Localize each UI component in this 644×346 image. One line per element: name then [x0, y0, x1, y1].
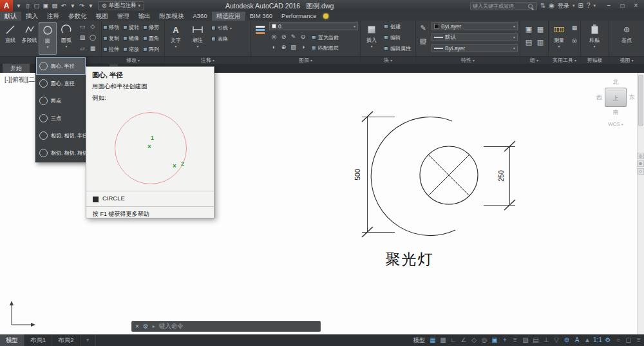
clean-screen-toggle[interactable]: ▢	[623, 334, 634, 346]
menu-item-tan-tan-tan[interactable]: 相切, 相切, 相切	[36, 144, 86, 162]
quick-calc-icon[interactable]: ▦	[569, 23, 580, 36]
viewcube-east[interactable]: 东	[629, 93, 635, 102]
arc-button[interactable]: 圆弧 ▾	[57, 22, 75, 55]
vertical-scrollbar[interactable]	[637, 73, 644, 334]
viewcube[interactable]: 北 西 上 东 南 WCS▾	[591, 78, 640, 127]
menu-item-center-diameter[interactable]: 圆心, 直径	[36, 75, 86, 92]
lineweight-select[interactable]: 默认 ▾	[431, 33, 518, 41]
navigation-wheel-icon[interactable]: ◎	[638, 153, 644, 159]
layer-properties-button[interactable]	[252, 22, 268, 55]
model-tab[interactable]: 模型	[0, 334, 24, 346]
groups-panel-label[interactable]: 组▾	[520, 56, 548, 64]
command-line[interactable]: × ⚙ ▸ 键入命令	[131, 321, 321, 332]
leader-button[interactable]: 引线 ▾	[211, 23, 250, 34]
a360-sync-icon[interactable]: ⇅	[540, 0, 545, 12]
view-panel-label[interactable]: 视图▾	[609, 56, 644, 64]
circle-flyout-caret-icon[interactable]: ▾	[46, 44, 48, 49]
array-button[interactable]: 阵列	[143, 44, 163, 55]
isolate-toggle[interactable]: ○	[613, 334, 623, 346]
tab-bim360[interactable]: BIM 360	[245, 12, 277, 21]
linetype-select[interactable]: ByLayer ▾	[431, 44, 518, 52]
undo-button[interactable]: ↶	[59, 0, 68, 12]
insert-caret-icon[interactable]: ▾	[370, 44, 372, 48]
scrollbar-thumb[interactable]	[638, 75, 643, 126]
group-edit-icon[interactable]: ▤	[523, 37, 535, 50]
annotation-scale[interactable]: 1:1	[592, 334, 603, 346]
search-box[interactable]: 键入关键字或短语	[470, 2, 537, 10]
undo-arrow-icon[interactable]: ▾	[68, 0, 77, 12]
layout2-tab[interactable]: 布局2	[52, 334, 80, 346]
group-icon[interactable]: ▣	[523, 24, 535, 37]
viewcube-cube[interactable]: 上	[605, 88, 627, 107]
redo-button[interactable]: ↷	[77, 0, 86, 12]
viewcube-top-face[interactable]: 上	[613, 95, 619, 101]
lineweight-toggle[interactable]: ≡	[510, 334, 520, 346]
tab-insert[interactable]: 插入	[21, 12, 43, 21]
menu-item-center-radius[interactable]: 圆心, 半径	[36, 57, 86, 75]
performance-hint-icon[interactable]	[323, 14, 328, 19]
circle-button[interactable]: 圆 ▾	[39, 22, 57, 55]
application-menu-button[interactable]: A	[0, 0, 13, 12]
new-file-button[interactable]: ▯	[23, 0, 32, 12]
table-button[interactable]: 表格	[211, 34, 250, 44]
exchange-apps-icon[interactable]: ⊞	[578, 0, 583, 12]
edit-block-button[interactable]: 编辑	[384, 32, 415, 43]
layer-select[interactable]: 0 ▾	[269, 22, 358, 30]
trim-button[interactable]: 修剪	[143, 22, 163, 33]
transparency-toggle[interactable]: ▨	[520, 334, 531, 346]
fillet-button[interactable]: 圆角	[143, 33, 163, 44]
close-icon[interactable]: ×	[135, 323, 139, 330]
mirror-button[interactable]: 镜像	[123, 33, 143, 44]
polar-toggle[interactable]: ∠	[459, 334, 469, 346]
help-icon[interactable]: ?	[587, 0, 591, 12]
tab-home[interactable]: 默认	[0, 12, 21, 21]
grid-toggle[interactable]: ▦	[428, 334, 438, 346]
plot-button[interactable]: ▤	[50, 0, 59, 12]
polyline-button[interactable]: 多段线	[20, 22, 39, 55]
ellipse-icon[interactable]: ◯	[88, 33, 98, 44]
snap-toggle[interactable]: ▩	[438, 334, 448, 346]
scale-button[interactable]: 缩放	[123, 44, 143, 55]
create-block-button[interactable]: 创建	[384, 21, 415, 32]
clipboard-panel-label[interactable]: 剪贴板	[581, 56, 609, 64]
tab-output[interactable]: 输出	[134, 12, 155, 21]
region-icon[interactable]: ▱	[77, 44, 88, 55]
match-properties-icon[interactable]: ✎	[417, 23, 429, 36]
workspace-switch[interactable]: ⚙	[603, 334, 613, 346]
id-point-icon[interactable]: ◎	[569, 36, 580, 49]
tab-view[interactable]: 视图	[91, 12, 113, 21]
customize-statusbar[interactable]: ≡	[634, 334, 644, 346]
gizmo-toggle[interactable]: ⊕	[562, 334, 572, 346]
arc-flyout-caret-icon[interactable]: ▾	[65, 44, 67, 48]
layer-color-icon[interactable]: ▨	[289, 43, 298, 53]
point-icon[interactable]: ▦	[88, 44, 98, 55]
command-input[interactable]: 键入命令	[159, 322, 184, 331]
dimension-caret-icon[interactable]: ▾	[196, 44, 198, 48]
paste-button[interactable]: 粘贴 ▾	[583, 22, 606, 55]
layer-off-icon[interactable]: ⊘	[279, 32, 289, 43]
wcs-selector[interactable]: WCS▾	[591, 121, 640, 127]
line-button[interactable]: 直线	[1, 22, 19, 55]
open-file-button[interactable]: ▢	[32, 0, 41, 12]
isodraft-toggle[interactable]: ◇	[469, 334, 479, 346]
autoscale-toggle[interactable]: ▲	[582, 334, 592, 346]
viewcube-south[interactable]: 南	[591, 108, 640, 117]
stretch-button[interactable]: 拉伸	[103, 44, 123, 55]
polygon-icon[interactable]: ◇	[88, 22, 98, 33]
insert-block-button[interactable]: 插入 ▾	[362, 22, 381, 55]
dimension-button[interactable]: 标注 ▾	[188, 22, 207, 55]
selection-filter-toggle[interactable]: ▽	[551, 334, 562, 346]
model-space-toggle[interactable]: 模型	[413, 336, 425, 345]
dynamic-input-toggle[interactable]: +	[500, 334, 510, 346]
block-panel-label[interactable]: 块▾	[361, 56, 415, 64]
customize-icon[interactable]: ⚙	[143, 323, 149, 330]
layer-isolate-icon[interactable]: ⊖	[298, 32, 308, 43]
start-tab[interactable]: 开始	[3, 64, 30, 73]
ungroup-icon[interactable]: ▦	[535, 24, 546, 37]
pan-icon[interactable]: ⊕	[638, 160, 644, 167]
layer-state-icon[interactable]: ◎	[269, 32, 279, 43]
tab-featured-apps[interactable]: 精选应用	[212, 12, 245, 21]
tab-addins[interactable]: 附加模块	[155, 12, 189, 21]
layers-panel-label[interactable]: 图层▾	[251, 56, 360, 64]
layer-walk-icon[interactable]: ◑	[298, 43, 308, 53]
